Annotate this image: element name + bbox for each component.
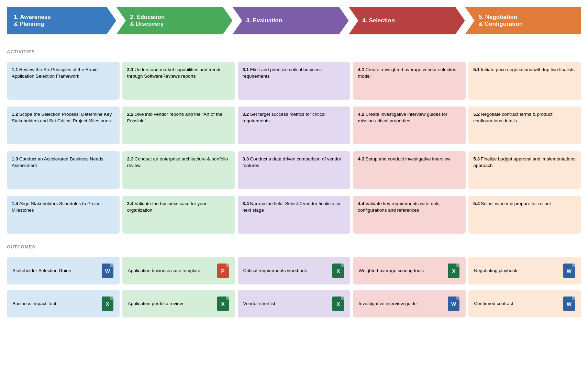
activity-cell-3-3: 3.3Conduct a data driven comparison of v… — [238, 151, 351, 189]
outcome-cell-2-1: Business Impact Tool X — [7, 290, 120, 317]
activity-cell-4-3: 4.3Setup and conduct investigative inter… — [353, 151, 466, 189]
activity-cell-2-4: 2.4Validate the business case for your o… — [122, 196, 235, 234]
outcome-cell-2-2: Application portfolio review X — [122, 290, 235, 317]
outcome-cell-1-4: Weighted-average scoring tools X — [353, 257, 466, 284]
outcome-icon-2-3: X — [332, 296, 345, 311]
activity-cell-2-2: 2.2Dive into vendor reports and the "Art… — [122, 107, 235, 144]
outcomes-row-1: Stakeholder Selection Guide W Applicatio… — [7, 257, 581, 284]
phase-header: 1. Awareness& Planning2. Education& Disc… — [7, 7, 581, 34]
outcome-icon-1-2: P — [217, 263, 230, 278]
phase-arrow-5: 5. Negotiation& Configuration — [465, 7, 581, 34]
activity-cell-5-2: 5.2Negotiate contract terms & product co… — [468, 107, 581, 144]
activities-grid: 1.1Review the Six Principles of the Rapi… — [7, 62, 581, 234]
outcome-cell-2-3: Vendor shortlist X — [238, 290, 351, 317]
activity-cell-5-4: 5.4Select winner & prepare for rollout — [468, 196, 581, 234]
activity-cell-4-4: 4.4Validate key requirements with trials… — [353, 196, 466, 234]
activity-cell-1-4: 1.4Align Stakeholders Schedules to Proje… — [7, 196, 120, 234]
outcome-cell-2-5: Confirmed contract W — [468, 290, 581, 317]
outcome-icon-2-4: W — [447, 296, 460, 311]
activity-cell-1-2: 1.2Scope the Selection Process: Determin… — [7, 107, 120, 144]
outcome-icon-1-5: W — [563, 263, 576, 278]
activities-row-1: 1.1Review the Six Principles of the Rapi… — [7, 62, 581, 100]
activities-row-2: 1.2Scope the Selection Process: Determin… — [7, 107, 581, 144]
activities-row-4: 1.4Align Stakeholders Schedules to Proje… — [7, 196, 581, 234]
activity-cell-1-3: 1.3Conduct an Accelerated Business Needs… — [7, 151, 120, 189]
outcomes-row-2: Business Impact Tool X Application portf… — [7, 290, 581, 317]
activity-cell-3-4: 3.4Narrow the field: Select 4 vendor fin… — [238, 196, 351, 234]
phase-arrow-1: 1. Awareness& Planning — [7, 7, 116, 34]
outcomes-grid: Stakeholder Selection Guide W Applicatio… — [7, 257, 581, 317]
outcome-icon-1-1: W — [101, 263, 114, 278]
outcome-icon-2-5: W — [563, 296, 576, 311]
activities-row-3: 1.3Conduct an Accelerated Business Needs… — [7, 151, 581, 189]
activity-cell-3-2: 3.2Set target success metrics for critic… — [238, 107, 351, 144]
outcome-icon-2-2: X — [217, 296, 230, 311]
outcome-cell-1-5: Negotiating playbook W — [468, 257, 581, 284]
phase-arrow-3: 3. Evaluation — [232, 7, 348, 34]
activity-cell-4-1: 4.1Create a weighted-average vendor sele… — [353, 62, 466, 100]
outcome-cell-1-3: Critical requirements workbook X — [238, 257, 351, 284]
phase-arrow-4: 4. Selection — [349, 7, 465, 34]
activity-cell-2-3: 2.3Conduct an enterprise architecture & … — [122, 151, 235, 189]
activity-cell-4-2: 4.2Create investigative interview guides… — [353, 107, 466, 144]
outcome-cell-2-4: Investigative interview guide W — [353, 290, 466, 317]
phase-arrow-2: 2. Education& Discovery — [116, 7, 232, 34]
activity-cell-5-1: 5.1Initiate price negotiations with top … — [468, 62, 581, 100]
outcome-icon-1-4: X — [447, 263, 460, 278]
outcome-icon-1-3: X — [332, 263, 345, 278]
activity-cell-2-1: 2.1Understand market capabilities and tr… — [122, 62, 235, 100]
activities-label: ACTIVITIES — [7, 45, 581, 58]
activity-cell-1-1: 1.1Review the Six Principles of the Rapi… — [7, 62, 120, 100]
outcome-icon-2-1: X — [101, 296, 114, 311]
activity-cell-5-3: 5.3Finalize budget approval and implemen… — [468, 151, 581, 189]
outcome-cell-1-1: Stakeholder Selection Guide W — [7, 257, 120, 284]
outcomes-label: OUTCOMES — [7, 240, 581, 253]
outcome-cell-1-2: Application business case template P — [122, 257, 235, 284]
activity-cell-3-1: 3.1Elicit and prioritize critical busine… — [238, 62, 351, 100]
